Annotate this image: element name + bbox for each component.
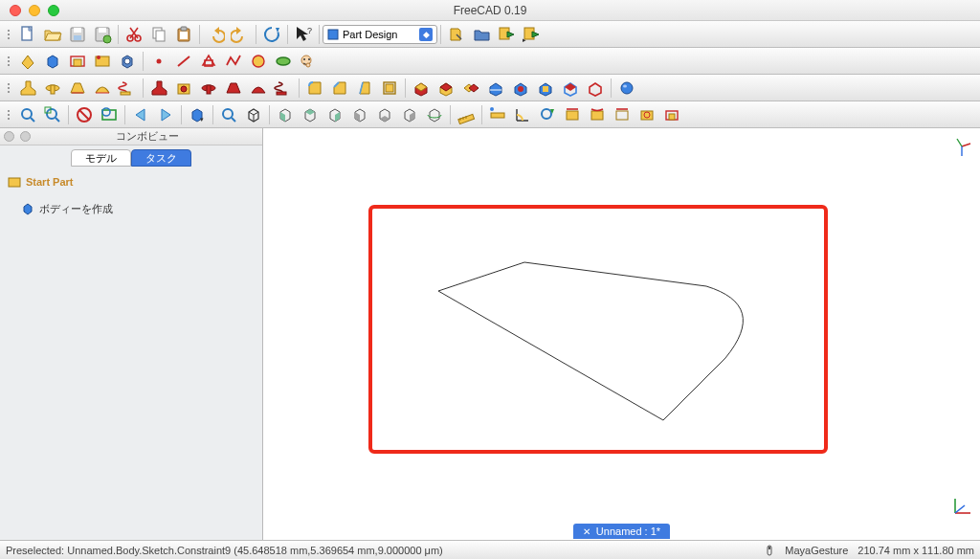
macro-folder-button[interactable] — [469, 23, 494, 46]
toggle-3-button[interactable] — [610, 103, 635, 126]
loft-button[interactable] — [65, 77, 90, 100]
camera-menu-button[interactable]: ▾ — [185, 103, 210, 126]
sub-loft-button[interactable] — [221, 77, 246, 100]
close-tab-icon[interactable]: ✕ — [583, 526, 590, 537]
bool-3-button[interactable] — [458, 77, 483, 100]
toggle-1-button[interactable] — [560, 103, 585, 126]
view-right-button[interactable] — [323, 103, 347, 126]
panel-undock-icon[interactable] — [20, 131, 31, 142]
sketch-point-button[interactable] — [146, 50, 171, 73]
status-nav-style[interactable]: MayaGesture — [785, 545, 848, 556]
view-front-button[interactable] — [273, 103, 298, 126]
view-left-button[interactable] — [397, 103, 422, 126]
toggle-4-button[interactable] — [635, 103, 659, 126]
minimize-icon[interactable] — [29, 5, 40, 16]
svg-text:▸: ▸ — [523, 36, 526, 43]
viewport-3d[interactable]: ✕ Unnamed : 1* — [263, 128, 980, 540]
new-file-button[interactable] — [15, 23, 40, 46]
paste-button[interactable] — [171, 23, 196, 46]
svg-point-42 — [303, 58, 305, 60]
tree-child[interactable]: ボディーを作成 — [21, 199, 255, 218]
bounding-box-button[interactable] — [97, 103, 122, 126]
datum-button[interactable] — [15, 50, 40, 73]
tab-tasks[interactable]: タスク — [131, 149, 191, 167]
fillet-button[interactable] — [302, 77, 327, 100]
axis-indicator-tr — [951, 136, 972, 157]
revolution-button[interactable] — [40, 77, 65, 100]
create-clone-button[interactable] — [90, 50, 115, 73]
toggle-2-button[interactable] — [585, 103, 610, 126]
macro-run-button[interactable] — [494, 23, 519, 46]
groove-button[interactable] — [196, 77, 221, 100]
bool-1-button[interactable] — [409, 77, 434, 100]
tree-root[interactable]: Start Part — [8, 172, 255, 191]
view-top-button[interactable] — [298, 103, 323, 126]
sketch-circle-button[interactable] — [246, 50, 271, 73]
grip-icon[interactable] — [4, 77, 13, 100]
maximize-icon[interactable] — [48, 5, 59, 16]
copy-button[interactable] — [146, 23, 171, 46]
undo-button[interactable] — [203, 23, 228, 46]
chamfer-button[interactable] — [327, 77, 352, 100]
bool-8-button[interactable] — [583, 77, 608, 100]
nav-right-button[interactable] — [153, 103, 178, 126]
document-tab[interactable]: ✕ Unnamed : 1* — [573, 524, 670, 539]
bool-2-button[interactable] — [434, 77, 458, 100]
svg-line-96 — [232, 118, 235, 122]
pocket-button[interactable] — [146, 77, 171, 100]
create-isometric-button[interactable] — [115, 50, 140, 73]
sketch-polyline-button[interactable] — [221, 50, 246, 73]
sphere-vis-button[interactable] — [614, 77, 639, 100]
create-body-button[interactable] — [40, 50, 65, 73]
measure-linear-button[interactable] — [485, 103, 510, 126]
sketch-line-button[interactable] — [171, 50, 196, 73]
bool-7-button[interactable] — [558, 77, 583, 100]
view-iso-button[interactable] — [241, 103, 266, 126]
bool-6-button[interactable] — [533, 77, 558, 100]
view-rotate-button[interactable] — [422, 103, 447, 126]
whats-this-button[interactable]: ? — [291, 23, 316, 46]
thickness-button[interactable] — [377, 77, 402, 100]
bool-5-button[interactable] — [508, 77, 533, 100]
grip-icon[interactable] — [4, 23, 13, 46]
sub-sweep-button[interactable] — [246, 77, 271, 100]
workbench-selector[interactable]: Part Design ◆ — [323, 25, 437, 44]
measure-angular-button[interactable] — [510, 103, 535, 126]
view-rear-button[interactable] — [347, 103, 372, 126]
cut-button[interactable] — [122, 23, 146, 46]
hole-button[interactable] — [171, 77, 196, 100]
svg-point-32 — [97, 56, 100, 59]
open-file-button[interactable] — [40, 23, 65, 46]
sweep-button[interactable] — [90, 77, 115, 100]
sketch-drawstyle-button[interactable] — [296, 50, 321, 73]
save-as-button[interactable] — [90, 23, 115, 46]
grip-icon[interactable] — [4, 103, 13, 126]
save-button[interactable] — [65, 23, 90, 46]
close-icon[interactable] — [10, 5, 21, 16]
measure-button[interactable] — [454, 103, 479, 126]
sub-helix-button[interactable] — [271, 77, 296, 100]
macro-run-alt-button[interactable]: ▸ — [519, 23, 544, 46]
bool-4-button[interactable] — [483, 77, 508, 100]
helix-button[interactable] — [115, 77, 140, 100]
svg-point-120 — [542, 109, 551, 119]
zoom-button[interactable] — [216, 103, 241, 126]
view-bottom-button[interactable] — [372, 103, 397, 126]
measure-refresh-button[interactable] — [535, 103, 560, 126]
toggle-5-button[interactable] — [659, 103, 684, 126]
pad-button[interactable] — [15, 77, 40, 100]
macro-record-button[interactable] — [444, 23, 469, 46]
sketch-ellipse-button[interactable] — [271, 50, 296, 73]
sketch-rect-button[interactable] — [196, 50, 221, 73]
draft-button[interactable] — [352, 77, 377, 100]
grip-icon[interactable] — [4, 50, 13, 73]
tab-model[interactable]: モデル — [71, 149, 131, 167]
fit-selection-button[interactable] — [40, 103, 65, 126]
fit-all-button[interactable] — [15, 103, 40, 126]
create-shapebinder-button[interactable] — [65, 50, 90, 73]
nav-left-button[interactable] — [128, 103, 153, 126]
redo-button[interactable] — [228, 23, 253, 46]
panel-close-icon[interactable] — [4, 131, 14, 142]
refresh-button[interactable] — [259, 23, 284, 46]
draw-style-button[interactable] — [72, 103, 97, 126]
